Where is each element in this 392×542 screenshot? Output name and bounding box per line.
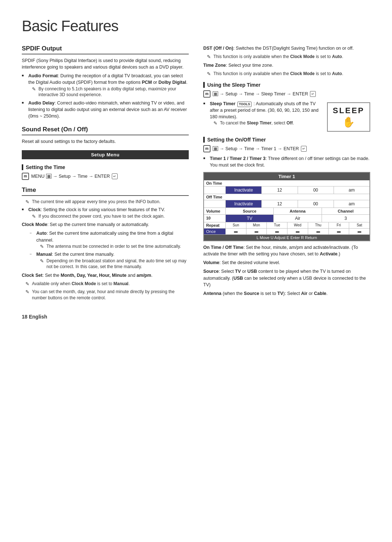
timer-table: Timer 1 On Time Inactivate 12 00 am Off … — [203, 172, 370, 241]
setup-menu-box: Setup Menu — [22, 150, 189, 159]
time-zone-note: This function is only available when the… — [203, 71, 370, 77]
day-thu: Thu — [308, 222, 329, 228]
or-text: or — [152, 80, 158, 85]
dst-label: DST (Off / On) — [203, 46, 233, 51]
on-ampm: am — [334, 186, 369, 194]
timer-nav-bar: L Move U Adjust E Enter R Return — [204, 235, 369, 241]
sound-reset-text: Reset all sound settings to the factory … — [22, 138, 189, 145]
time-clock-item: Clock: Setting the clock is for using va… — [22, 206, 189, 219]
menu-icon3: m — [203, 145, 211, 152]
clock-label: Clock — [28, 207, 41, 212]
on-min: 00 — [298, 186, 334, 194]
enter-icon3: ↵ — [301, 146, 307, 152]
off-inactivate: Inactivate — [226, 200, 262, 208]
clock-mode-sub-list: Auto: Set the current time automatically… — [22, 230, 189, 270]
sleep-timer-note: To cancel the Sleep Timer, select Off. — [210, 120, 370, 126]
on-hour: 12 — [262, 186, 298, 194]
on-off-timer-title: Setting the On/Off Timer — [203, 137, 370, 143]
channel-value-cell: 3 — [322, 215, 369, 222]
timer-label: Timer 1 / Timer 2 / Timer 3 — [210, 156, 266, 161]
menu-grid-icon: ▦ — [46, 174, 52, 178]
off-time-section-label: Off Time — [204, 194, 369, 200]
auto-item: Auto: Set the current time automatically… — [30, 230, 189, 249]
left-column: SPDIF Output SPDIF (Sony Philips Digital… — [22, 45, 189, 303]
sleep-timer-item: Sleep Timer TOOLS : Automatically shuts … — [203, 100, 370, 126]
sun-mark: ▬ — [226, 229, 246, 234]
manual-label: Manual — [36, 252, 52, 257]
on-off-grid: ▦ — [213, 146, 218, 151]
manual-text: : Set the current time manually. — [52, 252, 114, 257]
setting-time-menu-path: m MENU ▦ → Setup → Time → ENTER ↵ — [22, 173, 189, 180]
day-fri: Fri — [329, 222, 350, 228]
auto-text: : Set the current time automatically usi… — [36, 231, 173, 242]
once-cell: Once — [204, 229, 226, 234]
page-footer: 18 English — [22, 314, 370, 320]
wed-mark: ▬ — [287, 229, 308, 234]
clock-note: If you disconnect the power cord, you ha… — [28, 213, 189, 219]
timer-table-header: Timer 1 — [204, 173, 369, 180]
mon-mark: ▬ — [246, 229, 267, 234]
menu-icon2: m — [203, 90, 211, 98]
off-time-cells: Inactivate 12 00 am — [226, 200, 369, 208]
dolby-label: Dolby Digital — [159, 80, 186, 85]
period1: . — [186, 80, 187, 85]
manual-note: Depending on the broadcast station and s… — [36, 258, 189, 270]
sleep-timer-label: Sleep Timer — [210, 101, 236, 106]
off-min: 00 — [298, 200, 334, 208]
spdif-list: Audio Format: During the reception of a … — [22, 73, 189, 119]
dst-text: DST (Off / On): Switches the DST(Dayligh… — [203, 45, 370, 52]
dst-note: This function is only available when the… — [203, 54, 370, 60]
time-list: Clock: Setting the clock is for using va… — [22, 206, 189, 219]
off-hour: 12 — [262, 200, 298, 208]
on-time-row: Inactivate 12 00 am — [204, 186, 369, 194]
clock-mode-label: Clock Mode — [22, 222, 47, 227]
antenna-note: Antenna (when the Source is set to TV): … — [203, 290, 370, 297]
on-inactivate: Inactivate — [226, 186, 262, 194]
sleep-menu-grid: ▦ — [213, 91, 218, 96]
spdif-intro: SPDIF (Sony Philips Digital Interface) i… — [22, 57, 189, 70]
tue-mark: ▬ — [267, 229, 287, 234]
repeat-day-cells: Sun Mon Tue Wed Thu Fri Sat — [226, 222, 369, 228]
thu-mark: ▬ — [308, 229, 329, 234]
spdif-audio-format: Audio Format: During the reception of a … — [22, 73, 189, 98]
enter-icon: ↵ — [112, 173, 118, 179]
source-label-cell: Source — [226, 208, 274, 214]
clock-set-label: Clock Set — [22, 273, 42, 278]
sleep-timer-list: Sleep Timer TOOLS : Automatically shuts … — [203, 100, 370, 126]
right-column: DST (Off / On): Switches the DST(Dayligh… — [203, 45, 370, 303]
auto-label: Auto — [36, 231, 46, 236]
time-title: Time — [22, 186, 189, 196]
sleep-path-text: → Setup → Time → Sleep Timer → — [220, 91, 291, 97]
time-note1: The current time will appear every time … — [22, 199, 189, 205]
clock-text: : Setting the clock is for using various… — [41, 207, 165, 212]
page-number: 18 English — [22, 314, 47, 320]
setting-time-title: Setting the Time — [22, 164, 189, 170]
spdif-audio-delay: Audio Delay: Correct audio-video mismatc… — [22, 100, 189, 119]
source-note: Source: Select TV or USB content to be p… — [203, 268, 370, 288]
day-mon: Mon — [246, 222, 267, 228]
sleep-timer-menu-path: m ▦ → Setup → Time → Sleep Timer → ENTER… — [203, 90, 370, 98]
channel-label-cell: Channel — [322, 208, 369, 214]
volume-note: Volume: Set the desired volume level. — [203, 259, 370, 266]
manual-item: Manual: Set the current time manually. D… — [30, 251, 189, 270]
off-ampm: am — [334, 200, 369, 208]
sat-mark: ▬ — [349, 229, 369, 234]
off-time-row: Inactivate 12 00 am — [204, 200, 369, 208]
pcm-label: PCM — [142, 80, 152, 85]
clock-set-text: Clock Set: Set the Month, Day, Year, Hou… — [22, 272, 189, 279]
clock-set-note2: You can set the month, day, year, hour a… — [22, 289, 189, 301]
sound-reset-title: Sound Reset (On / Off) — [22, 126, 189, 135]
spdif-title: SPDIF Output — [22, 45, 189, 54]
on-time-section-label: On Time — [204, 180, 369, 186]
sleep-timer-content: SLEEP ✋ Sleep Timer TOOLS : Automaticall… — [203, 100, 370, 132]
time-zone-label: Time Zone — [203, 63, 226, 68]
repeat-label: Repeat — [204, 222, 226, 228]
day-sat: Sat — [349, 222, 369, 228]
vol-src-value-cells: TV Air 3 — [226, 215, 369, 222]
clock-mode-text: Clock Mode: Set up the current time manu… — [22, 221, 189, 228]
audio-delay-label: Audio Delay — [28, 100, 54, 106]
day-tue: Tue — [267, 222, 287, 228]
audio-format-note: By connecting to 5.1ch speakers in a dol… — [28, 86, 189, 98]
menu-icon: m — [22, 173, 29, 180]
vol-label: Volume — [204, 208, 226, 214]
